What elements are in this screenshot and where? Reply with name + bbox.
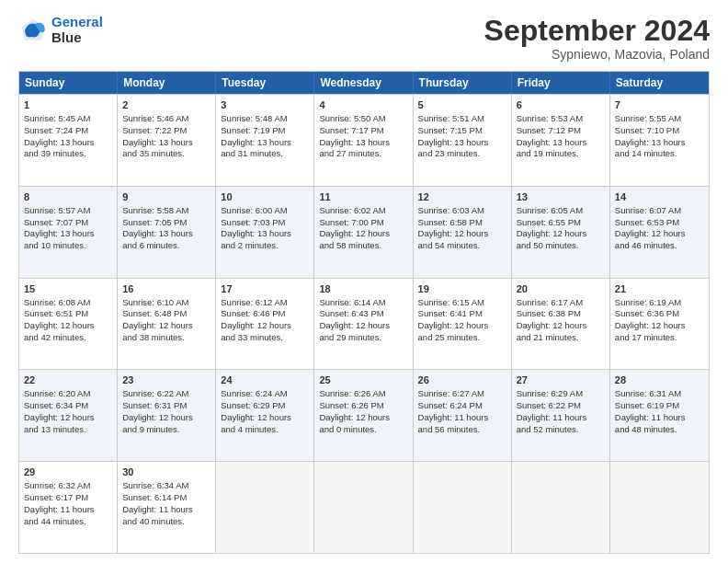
month-title: September 2024 bbox=[484, 15, 710, 47]
calendar-cell: 6Sunrise: 5:53 AM Sunset: 7:12 PM Daylig… bbox=[512, 95, 610, 186]
header-day-friday: Friday bbox=[512, 72, 610, 94]
day-number: 21 bbox=[615, 282, 704, 296]
day-number: 10 bbox=[221, 190, 309, 204]
calendar-cell: 11Sunrise: 6:02 AM Sunset: 7:00 PM Dayli… bbox=[314, 187, 413, 278]
calendar-cell: 9Sunrise: 5:58 AM Sunset: 7:05 PM Daylig… bbox=[118, 187, 216, 278]
calendar-cell: 22Sunrise: 6:20 AM Sunset: 6:34 PM Dayli… bbox=[19, 370, 118, 461]
calendar-row-2: 8Sunrise: 5:57 AM Sunset: 7:07 PM Daylig… bbox=[19, 186, 709, 278]
calendar-cell: 14Sunrise: 6:07 AM Sunset: 6:53 PM Dayli… bbox=[610, 187, 709, 278]
day-info: Sunrise: 6:31 AM Sunset: 6:19 PM Dayligh… bbox=[615, 388, 686, 433]
page: General Blue September 2024 Sypniewo, Ma… bbox=[0, 0, 728, 563]
calendar-cell: 21Sunrise: 6:19 AM Sunset: 6:36 PM Dayli… bbox=[610, 279, 709, 370]
calendar-cell: 3Sunrise: 5:48 AM Sunset: 7:19 PM Daylig… bbox=[216, 95, 314, 186]
day-number: 13 bbox=[517, 190, 605, 204]
location: Sypniewo, Mazovia, Poland bbox=[484, 47, 710, 62]
calendar-cell: 8Sunrise: 5:57 AM Sunset: 7:07 PM Daylig… bbox=[19, 187, 118, 278]
day-info: Sunrise: 6:00 AM Sunset: 7:03 PM Dayligh… bbox=[221, 205, 291, 250]
day-number: 27 bbox=[517, 373, 605, 387]
day-number: 14 bbox=[615, 190, 704, 204]
calendar: SundayMondayTuesdayWednesdayThursdayFrid… bbox=[18, 71, 710, 554]
day-info: Sunrise: 5:51 AM Sunset: 7:15 PM Dayligh… bbox=[418, 113, 489, 158]
day-info: Sunrise: 6:07 AM Sunset: 6:53 PM Dayligh… bbox=[615, 205, 686, 250]
calendar-cell: 28Sunrise: 6:31 AM Sunset: 6:19 PM Dayli… bbox=[610, 370, 709, 461]
calendar-cell: 16Sunrise: 6:10 AM Sunset: 6:48 PM Dayli… bbox=[118, 279, 216, 370]
day-number: 3 bbox=[221, 98, 309, 112]
day-number: 15 bbox=[24, 282, 112, 296]
day-info: Sunrise: 6:15 AM Sunset: 6:41 PM Dayligh… bbox=[418, 297, 489, 342]
day-info: Sunrise: 5:53 AM Sunset: 7:12 PM Dayligh… bbox=[517, 113, 587, 158]
day-info: Sunrise: 5:50 AM Sunset: 7:17 PM Dayligh… bbox=[319, 113, 390, 158]
day-number: 26 bbox=[418, 373, 506, 387]
day-info: Sunrise: 5:46 AM Sunset: 7:22 PM Dayligh… bbox=[122, 113, 193, 158]
day-number: 4 bbox=[319, 98, 407, 112]
calendar-cell: 17Sunrise: 6:12 AM Sunset: 6:46 PM Dayli… bbox=[216, 279, 314, 370]
day-info: Sunrise: 5:58 AM Sunset: 7:05 PM Dayligh… bbox=[122, 205, 193, 250]
day-info: Sunrise: 6:19 AM Sunset: 6:36 PM Dayligh… bbox=[615, 297, 686, 342]
day-number: 7 bbox=[615, 98, 704, 112]
calendar-row-1: 1Sunrise: 5:45 AM Sunset: 7:24 PM Daylig… bbox=[19, 94, 709, 186]
day-number: 23 bbox=[122, 373, 210, 387]
day-info: Sunrise: 6:34 AM Sunset: 6:14 PM Dayligh… bbox=[122, 480, 193, 525]
day-info: Sunrise: 5:45 AM Sunset: 7:24 PM Dayligh… bbox=[24, 113, 95, 158]
day-info: Sunrise: 6:02 AM Sunset: 7:00 PM Dayligh… bbox=[319, 205, 390, 250]
day-number: 17 bbox=[221, 282, 309, 296]
calendar-cell: 12Sunrise: 6:03 AM Sunset: 6:58 PM Dayli… bbox=[414, 187, 512, 278]
calendar-row-3: 15Sunrise: 6:08 AM Sunset: 6:51 PM Dayli… bbox=[19, 278, 709, 370]
day-info: Sunrise: 5:48 AM Sunset: 7:19 PM Dayligh… bbox=[221, 113, 291, 158]
header-day-saturday: Saturday bbox=[610, 72, 709, 94]
header-day-thursday: Thursday bbox=[414, 72, 512, 94]
calendar-cell: 29Sunrise: 6:32 AM Sunset: 6:17 PM Dayli… bbox=[19, 462, 118, 553]
logo-text: General Blue bbox=[51, 15, 103, 45]
calendar-cell: 2Sunrise: 5:46 AM Sunset: 7:22 PM Daylig… bbox=[118, 95, 216, 186]
day-info: Sunrise: 6:10 AM Sunset: 6:48 PM Dayligh… bbox=[122, 297, 193, 342]
logo-icon bbox=[18, 16, 48, 45]
day-number: 16 bbox=[122, 282, 210, 296]
header-day-monday: Monday bbox=[118, 72, 216, 94]
calendar-cell: 23Sunrise: 6:22 AM Sunset: 6:31 PM Dayli… bbox=[118, 370, 216, 461]
calendar-cell: 25Sunrise: 6:26 AM Sunset: 6:26 PM Dayli… bbox=[314, 370, 413, 461]
day-number: 2 bbox=[122, 98, 210, 112]
day-number: 20 bbox=[517, 282, 605, 296]
calendar-cell: 1Sunrise: 5:45 AM Sunset: 7:24 PM Daylig… bbox=[19, 95, 118, 186]
calendar-cell: 15Sunrise: 6:08 AM Sunset: 6:51 PM Dayli… bbox=[19, 279, 118, 370]
calendar-cell: 18Sunrise: 6:14 AM Sunset: 6:43 PM Dayli… bbox=[314, 279, 413, 370]
day-info: Sunrise: 5:57 AM Sunset: 7:07 PM Dayligh… bbox=[24, 205, 95, 250]
day-number: 9 bbox=[122, 190, 210, 204]
calendar-cell bbox=[414, 462, 512, 553]
day-number: 28 bbox=[615, 373, 704, 387]
day-number: 1 bbox=[24, 98, 112, 112]
day-info: Sunrise: 6:29 AM Sunset: 6:22 PM Dayligh… bbox=[517, 388, 587, 433]
day-info: Sunrise: 6:22 AM Sunset: 6:31 PM Dayligh… bbox=[122, 388, 193, 433]
header-day-wednesday: Wednesday bbox=[314, 72, 413, 94]
calendar-cell: 20Sunrise: 6:17 AM Sunset: 6:38 PM Dayli… bbox=[512, 279, 610, 370]
day-info: Sunrise: 6:27 AM Sunset: 6:24 PM Dayligh… bbox=[418, 388, 489, 433]
day-info: Sunrise: 6:20 AM Sunset: 6:34 PM Dayligh… bbox=[24, 388, 95, 433]
day-info: Sunrise: 6:24 AM Sunset: 6:29 PM Dayligh… bbox=[221, 388, 291, 433]
day-number: 22 bbox=[24, 373, 112, 387]
day-number: 11 bbox=[319, 190, 407, 204]
calendar-body: 1Sunrise: 5:45 AM Sunset: 7:24 PM Daylig… bbox=[19, 94, 709, 553]
calendar-cell bbox=[216, 462, 314, 553]
calendar-cell: 10Sunrise: 6:00 AM Sunset: 7:03 PM Dayli… bbox=[216, 187, 314, 278]
calendar-row-4: 22Sunrise: 6:20 AM Sunset: 6:34 PM Dayli… bbox=[19, 369, 709, 461]
day-info: Sunrise: 6:08 AM Sunset: 6:51 PM Dayligh… bbox=[24, 297, 95, 342]
day-info: Sunrise: 6:12 AM Sunset: 6:46 PM Dayligh… bbox=[221, 297, 291, 342]
calendar-header: SundayMondayTuesdayWednesdayThursdayFrid… bbox=[19, 72, 709, 94]
day-info: Sunrise: 6:26 AM Sunset: 6:26 PM Dayligh… bbox=[319, 388, 390, 433]
calendar-cell bbox=[314, 462, 413, 553]
calendar-cell: 4Sunrise: 5:50 AM Sunset: 7:17 PM Daylig… bbox=[314, 95, 413, 186]
day-info: Sunrise: 6:32 AM Sunset: 6:17 PM Dayligh… bbox=[24, 480, 95, 525]
calendar-cell bbox=[512, 462, 610, 553]
day-number: 6 bbox=[517, 98, 605, 112]
calendar-cell: 26Sunrise: 6:27 AM Sunset: 6:24 PM Dayli… bbox=[414, 370, 512, 461]
day-number: 18 bbox=[319, 282, 407, 296]
day-number: 30 bbox=[122, 465, 210, 479]
calendar-cell: 13Sunrise: 6:05 AM Sunset: 6:55 PM Dayli… bbox=[512, 187, 610, 278]
calendar-row-5: 29Sunrise: 6:32 AM Sunset: 6:17 PM Dayli… bbox=[19, 461, 709, 553]
header-day-tuesday: Tuesday bbox=[216, 72, 314, 94]
day-info: Sunrise: 6:03 AM Sunset: 6:58 PM Dayligh… bbox=[418, 205, 489, 250]
calendar-cell: 7Sunrise: 5:55 AM Sunset: 7:10 PM Daylig… bbox=[610, 95, 709, 186]
calendar-cell: 30Sunrise: 6:34 AM Sunset: 6:14 PM Dayli… bbox=[118, 462, 216, 553]
day-info: Sunrise: 5:55 AM Sunset: 7:10 PM Dayligh… bbox=[615, 113, 686, 158]
day-number: 24 bbox=[221, 373, 309, 387]
